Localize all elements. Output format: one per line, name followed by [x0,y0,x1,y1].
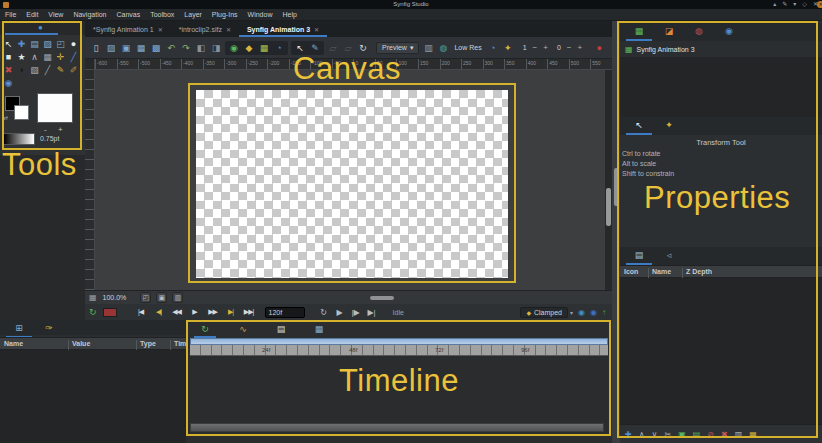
menu-item[interactable]: Toolbox [145,9,179,21]
zoom-level[interactable]: 100.0% [103,294,127,301]
remove-layer-icon[interactable]: ✖ [721,430,728,439]
tool-options-tab[interactable]: ↖ [624,117,654,133]
timetrack-scrollbar[interactable] [190,423,604,432]
end-time-field[interactable]: 120f [265,307,305,318]
hand-tool-tab[interactable]: ✦ [654,117,684,133]
delete-layer-icon[interactable]: ⊘ [707,430,714,439]
tree-depth-icon[interactable]: ↑ [602,308,606,317]
low-res-globe-icon[interactable]: ◍ [437,42,449,54]
circle-tool[interactable]: ● [67,38,80,51]
menu-item[interactable]: Help [277,9,301,21]
fill-tool[interactable]: ▧ [28,64,41,77]
brush-size-increase-button[interactable]: + [58,125,63,134]
transform-tool[interactable]: ↖ [2,38,15,51]
seek-prev-keyframe-button[interactable]: ◀| [151,308,167,316]
mirror-tool[interactable]: ▤ [28,38,41,51]
curves-tab[interactable]: ∿ [232,322,254,336]
quality-decrease-button[interactable]: − [533,43,538,52]
background-rendering-chip[interactable] [103,308,117,317]
brush-size-decrease-button[interactable]: - [44,125,47,134]
history-tab[interactable]: ◪ [654,23,684,39]
render-globe-icon[interactable]: ◔ [487,42,499,54]
bounds-lower-button[interactable]: |▶ [349,308,363,317]
seek-next-keyframe-button[interactable]: ▶| [223,308,239,316]
wrench-tab[interactable]: ✑ [34,320,64,336]
brush-tool[interactable]: ◖ [15,64,28,77]
vertical-scroll-handle[interactable] [606,188,611,226]
raise-layer-icon[interactable]: ∧ [639,430,645,439]
render-preview-icon[interactable]: ◉ [578,308,585,317]
minimize-icon[interactable]: ▾ [793,0,796,9]
tab-synfig-animation-3[interactable]: Synfig Animation 3 ✕ [239,21,327,37]
grid-snap-toggle-icon[interactable]: ▦ [258,42,270,54]
restore-icon[interactable]: ◇ [802,0,807,9]
gradient-swatch[interactable] [3,133,35,145]
menu-item[interactable]: File [0,9,21,21]
save-icon[interactable]: ▣ [120,42,132,54]
spline-tool[interactable]: ✛ [54,51,67,64]
library-tab[interactable]: ▦ [308,322,330,336]
menu-item[interactable]: Window [243,9,278,21]
onion-skin-toggle-icon[interactable]: ◉ [228,42,240,54]
sketch-tool[interactable]: ✐ [67,64,80,77]
redo-icon[interactable]: ↷ [180,42,192,54]
menu-item[interactable]: Canvas [111,9,145,21]
quality-increase-button[interactable]: + [543,43,548,52]
export-icon[interactable]: ◨ [210,42,222,54]
seek-begin-button[interactable]: |◀ [133,308,149,316]
next-frame-button[interactable]: ▶▶ [205,308,221,316]
children-tab[interactable]: ▤ [270,322,292,336]
rectangle-tool[interactable]: ■ [2,51,15,64]
brush-preview[interactable] [37,93,73,123]
draw-tool[interactable]: ╱ [67,51,80,64]
canvas-browser-item[interactable]: ▦ Synfig Animation 3 [620,43,822,55]
close-window-icon[interactable]: ✕ [817,1,822,8]
info-tab[interactable]: ◉ [714,23,744,39]
new-document-icon[interactable]: ▯ [90,42,102,54]
ungroup-layer-icon[interactable]: ▤ [693,430,701,439]
open-document-icon[interactable]: ▨ [105,42,117,54]
lower-layer-icon[interactable]: ∨ [652,430,658,439]
delete-tool[interactable]: ✖ [2,64,15,77]
tab-synfig-animation-1[interactable]: *Synfig Animation 1 ✕ [85,21,171,37]
preview-window-icon[interactable]: ◉ [590,308,597,317]
guide-toggle-button[interactable]: ▣ [156,292,167,303]
width-tool[interactable]: ✎ [54,64,67,77]
tab-close-icon[interactable]: ✕ [314,26,319,33]
menu-item[interactable]: Edit [21,9,43,21]
tab-introclip2[interactable]: *introclip2.sifz ✕ [171,21,239,37]
polygon-tool[interactable]: ∧ [28,51,41,64]
panel-divider[interactable] [612,21,620,443]
background-color-swatch[interactable] [14,105,29,120]
eyedrop-tool[interactable]: ╱ [41,64,54,77]
seek-end-button[interactable]: ▶▶| [241,308,257,316]
duplicate-tool[interactable]: ▨ [41,38,54,51]
render-settings-icon[interactable]: ▥ [422,42,434,54]
params-tab[interactable]: ⊞ [4,320,34,336]
pin-icon[interactable]: ▴ [773,0,776,9]
swap-colors-icon[interactable]: ⇄ [3,114,8,121]
save-as-icon[interactable]: ▦ [135,42,147,54]
paste-layer-icon[interactable]: ▦ [749,430,757,439]
canvases-tab[interactable]: ▦ [624,23,654,39]
bone-setup-icon[interactable]: ✦ [502,42,514,54]
new-layer-icon[interactable]: ✚ [625,430,632,439]
future-frames-increase-button[interactable]: + [577,43,582,52]
star-tool[interactable]: ★ [15,51,28,64]
smooth-move-tool[interactable]: ✚ [15,38,28,51]
background-render-toggle-icon[interactable]: ◔ [273,42,285,54]
future-frames-decrease-button[interactable]: − [567,43,572,52]
undo-icon[interactable]: ↶ [165,42,177,54]
menu-item[interactable]: Plug-Ins [207,9,243,21]
timebar[interactable]: 24f48f72f96f [190,345,608,356]
canvas-viewport[interactable] [95,70,605,290]
sound-tab[interactable]: ◃ [654,247,684,263]
tab-close-icon[interactable]: ✕ [226,26,231,33]
background-toggle-button[interactable]: ▥ [172,292,183,303]
prev-frame-button[interactable]: ◀◀ [169,308,185,316]
canvas-vertical-scrollbar[interactable] [605,70,612,290]
menu-item[interactable]: Layer [179,9,207,21]
tab-close-icon[interactable]: ✕ [158,26,163,33]
low-res-label[interactable]: Low Res [454,44,481,51]
horizontal-scroll-handle[interactable] [370,296,394,300]
